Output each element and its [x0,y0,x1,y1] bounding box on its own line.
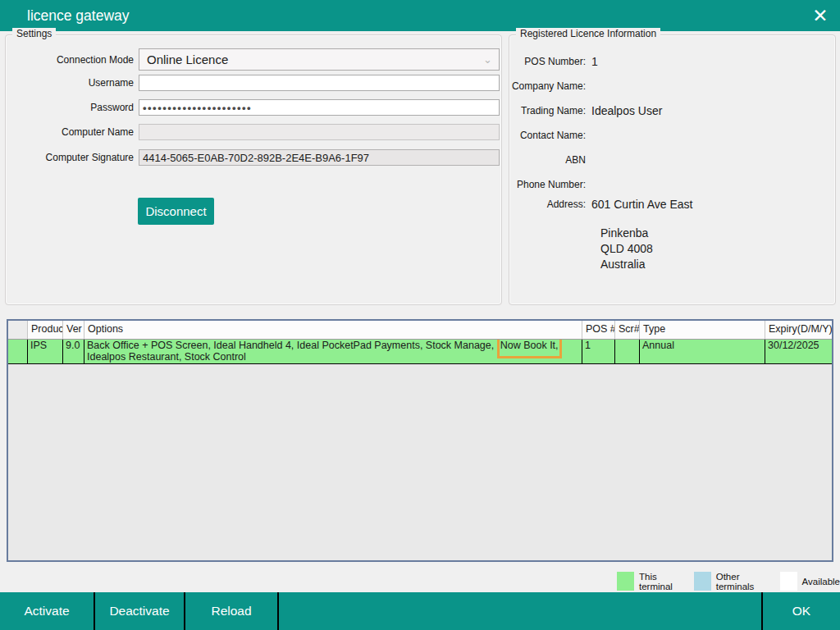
available-label: Available [802,577,840,587]
header-pos[interactable]: POS # [582,321,615,339]
computer-name-label: Computer Name [6,126,134,138]
trading-name-row: Trading Name: Idealpos User [509,103,835,119]
address-line-suburb: Pinkenba [600,226,653,241]
ok-button[interactable]: OK [763,592,840,630]
address-extra-lines: Pinkenba QLD 4008 Australia [600,226,653,272]
footer-divider-3 [277,592,279,630]
username-label: Username [6,77,134,89]
cell-product[interactable]: IPS [28,340,63,363]
cell-type[interactable]: Annual [640,340,765,363]
username-field[interactable] [139,75,500,91]
phone-number-row: Phone Number: [509,176,835,193]
options-highlight-annotation: Now Book It, [497,340,562,358]
available-swatch [780,572,797,591]
company-name-label: Company Name: [509,80,586,92]
other-terminals-label: Other terminals [716,572,769,591]
trading-name-value: Idealpos User [591,104,662,117]
computer-signature-label: Computer Signature [6,152,134,163]
pos-number-row: POS Number: 1 [509,53,835,70]
options-text-after: Idealpos Restaurant, Stock Control [87,351,246,363]
settings-group-label: Settings [12,28,56,39]
address-row: Address: 601 Curtin Ave East [509,196,835,212]
footer-bar: Activate Deactivate Reload OK [0,592,840,630]
cell-scr[interactable] [615,340,640,363]
legend-other-terminals: Other terminals [694,572,769,591]
abn-label: ABN [509,154,586,166]
legend-this-terminal: This terminal [617,572,683,591]
options-text-before: Back Office + POS Screen, Ideal Handheld… [87,340,497,351]
header-product[interactable]: Product [28,321,63,339]
cell-pos[interactable]: 1 [582,340,615,363]
licence-table: Product Ver Options POS # Scr# Type Expi… [7,319,833,562]
window-title: licence gateway [27,0,130,31]
phone-number-label: Phone Number: [509,179,586,190]
licence-table-header: Product Ver Options POS # Scr# Type Expi… [8,321,832,340]
connection-mode-label: Connection Mode [6,54,134,66]
title-bar: licence gateway ✕ [0,0,840,31]
cell-ver[interactable]: 9.0 [63,340,84,363]
address-line-country: Australia [600,257,653,272]
connection-mode-value: Online Licence [147,52,228,66]
terminal-legend: This terminal Other terminals Available [617,571,840,591]
header-expiry[interactable]: Expiry(D/M/Y) [765,321,832,339]
address-label: Address: [509,199,586,210]
licence-table-row[interactable]: IPS 9.0 Back Office + POS Screen, Ideal … [8,340,832,364]
licence-info-group: Registered Licence Information POS Numbe… [509,34,836,305]
connection-mode-select[interactable]: Online Licence ⌄ [139,48,500,71]
cell-options[interactable]: Back Office + POS Screen, Ideal Handheld… [84,340,582,363]
legend-available: Available [780,572,840,591]
row-header-cell[interactable] [8,340,28,363]
header-type[interactable]: Type [640,321,765,339]
computer-name-field [139,124,500,140]
other-terminals-swatch [694,572,711,591]
trading-name-label: Trading Name: [509,105,586,116]
header-scr[interactable]: Scr# [615,321,640,339]
computer-signature-field[interactable] [139,149,500,166]
header-corner-cell [8,321,28,339]
licence-info-group-label: Registered Licence Information [516,28,660,39]
disconnect-button[interactable]: Disconnect [138,198,214,225]
abn-row: ABN [509,152,835,168]
header-options[interactable]: Options [84,321,582,339]
close-icon[interactable]: ✕ [808,3,833,28]
settings-group: Settings Connection Mode Online Licence … [5,34,502,305]
pos-number-value: 1 [591,55,598,68]
this-terminal-swatch [617,572,634,591]
header-ver[interactable]: Ver [63,321,84,339]
contact-name-label: Contact Name: [509,130,586,141]
activate-button[interactable]: Activate [0,592,94,630]
pos-number-label: POS Number: [509,56,586,67]
address-line-state: QLD 4008 [600,241,653,257]
contact-name-row: Contact Name: [509,127,835,144]
password-field[interactable] [139,99,500,116]
address-value: 601 Curtin Ave East [591,198,692,211]
cell-expiry[interactable]: 30/12/2025 [765,340,832,363]
reload-button[interactable]: Reload [185,592,277,630]
chevron-down-icon: ⌄ [483,56,492,64]
this-terminal-label: This terminal [639,572,683,591]
deactivate-button[interactable]: Deactivate [95,592,184,630]
password-label: Password [6,102,134,113]
company-name-row: Company Name: [509,78,835,94]
